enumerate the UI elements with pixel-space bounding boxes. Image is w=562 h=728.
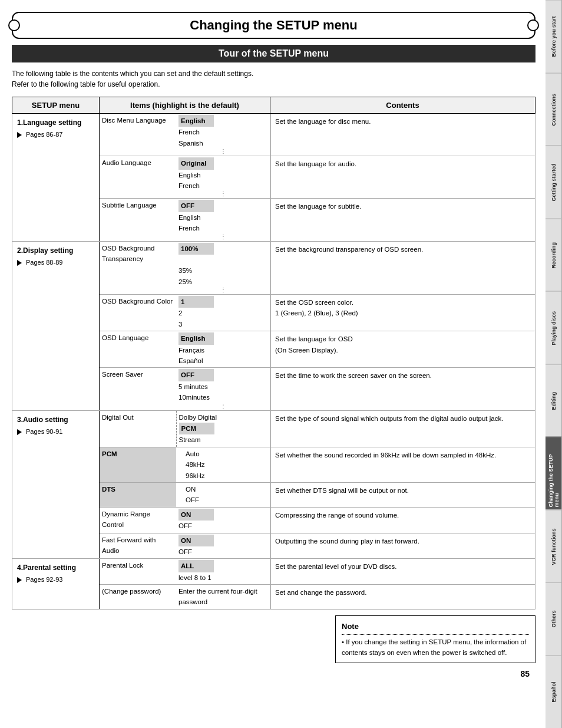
item-contents: Compressing the range of sound volume. [270, 507, 535, 533]
highlighted-value: Original [178, 157, 214, 169]
item-label: OSD Background Transparency [100, 242, 176, 295]
page-title: Changing the SETUP menu [190, 18, 357, 32]
tab-connections[interactable]: Connections [546, 73, 562, 146]
pages-ref: Pages 92-93 [17, 575, 94, 585]
item-values: 100% 35%25% ⋮ [176, 242, 270, 295]
section-title-bar: Tour of the SETUP menu [12, 45, 535, 62]
highlighted-value: PCM [179, 423, 214, 434]
highlighted-value: English [178, 332, 214, 344]
item-label: DTS [100, 483, 176, 507]
table-row: 1.Language setting Pages 86-87 Disc Menu… [12, 114, 535, 156]
tab-changing-setup[interactable]: Changing the SETUP menu [546, 437, 562, 510]
vertical-dots: ⋮ [178, 234, 267, 240]
tab-editing[interactable]: Editing [546, 364, 562, 437]
group-name: 4.Parental setting [17, 562, 94, 574]
note-title: Note [342, 621, 529, 633]
highlighted-value: 1 [178, 296, 214, 308]
header-contents: Contents [270, 97, 535, 114]
group-name: 3.Audio setting [17, 414, 94, 426]
item-label: Digital Out [100, 411, 176, 447]
note-dots [342, 634, 529, 635]
intro-line1: The following table is the contents whic… [12, 70, 253, 78]
vertical-dots: ⋮ [178, 191, 267, 197]
item-values: 1 23 [176, 295, 270, 331]
tab-getting-started[interactable]: Getting started [546, 146, 562, 219]
tab-recording[interactable]: Recording [546, 219, 562, 292]
pages-label: Pages 88-89 [26, 258, 62, 268]
item-label: Parental Lock [100, 559, 176, 584]
item-values: ONOFF [176, 483, 270, 507]
table-row: 3.Audio setting Pages 90-91 Digital Out … [12, 410, 535, 447]
group-name: 2.Display setting [17, 245, 94, 256]
item-contents: Set the time to work the screen saver on… [270, 368, 535, 410]
note-text: • If you change the setting in SETUP men… [342, 637, 529, 658]
pages-label: Pages 86-87 [26, 130, 62, 140]
tab-vcr-functions[interactable]: VCR functions [546, 510, 562, 583]
item-values: English FrenchSpanish ⋮ [176, 114, 270, 156]
item-contents: Set and change the password. [270, 585, 535, 610]
pages-label: Pages 90-91 [26, 427, 62, 437]
item-contents: Set the language for OSD(On Screen Displ… [270, 331, 535, 368]
intro-text: The following table is the contents whic… [12, 68, 535, 90]
vertical-dots: ⋮ [178, 287, 267, 293]
highlighted-value: 100% [178, 243, 214, 255]
item-contents: Set whether the sound recorded in 96kHz … [270, 447, 535, 482]
item-contents: Set the parental level of your DVD discs… [270, 559, 535, 585]
item-values: ON OFF [176, 508, 270, 533]
page-number: 85 [12, 669, 535, 678]
item-label: Screen Saver [100, 368, 176, 410]
item-label: Dynamic Range Control [100, 508, 176, 533]
vertical-dots: ⋮ [178, 149, 267, 154]
item-label: (Change password) [100, 585, 176, 609]
item-contents: Set the background transparency of OSD s… [270, 241, 535, 295]
item-contents: Set the language for disc menu. [270, 114, 535, 156]
item-contents: Set the OSD screen color.1 (Green), 2 (B… [270, 295, 535, 331]
item-label: OSD Language [100, 331, 176, 367]
item-values: Dolby Digital PCM Stream [176, 411, 270, 447]
item-label: Audio Language [100, 156, 176, 198]
item-values: OFF 5 minutes10minutes ⋮ [176, 368, 270, 410]
table-row: 4.Parental setting Pages 92-93 Parental … [12, 559, 535, 585]
table-row: 2.Display setting Pages 88-89 OSD Backgr… [12, 241, 535, 295]
header-items: Items (highlight is the default) [100, 97, 270, 114]
item-values: ON OFF [176, 533, 270, 559]
setup-table: SETUP menu Items (highlight is the defau… [12, 97, 535, 610]
page-title-box: Changing the SETUP menu [12, 12, 535, 39]
arrow-icon [17, 577, 22, 583]
tab-before-you-start[interactable]: Before you start [546, 0, 562, 73]
item-label: PCM [100, 447, 176, 482]
note-section: Note • If you change the setting in SETU… [12, 615, 535, 663]
item-values: English FrançaisEspañol [176, 331, 270, 367]
arrow-icon [17, 260, 22, 266]
item-values: Original EnglishFrench ⋮ [176, 156, 270, 198]
pages-ref: Pages 90-91 [17, 427, 94, 437]
item-contents: Set the language for subtitle. [270, 199, 535, 241]
item-contents: Set whether DTS signal will be output or… [270, 482, 535, 507]
header-setup-menu: SETUP menu [12, 97, 100, 114]
note-box: Note • If you change the setting in SETU… [335, 615, 535, 663]
item-contents: Set the language for audio. [270, 156, 535, 199]
highlighted-value: OFF [178, 200, 214, 212]
highlighted-value: ON [178, 535, 214, 546]
item-values: OFF EnglishFrench ⋮ [176, 199, 270, 241]
section-title: Tour of the SETUP menu [219, 48, 329, 58]
item-label: Fast Forward with Audio [100, 533, 176, 559]
vertical-dots: ⋮ [178, 403, 267, 409]
group-name: 1.Language setting [17, 117, 94, 129]
item-values: Auto48kHz96kHz [176, 447, 270, 482]
item-contents: Set the type of sound signal which outpu… [270, 410, 535, 447]
pages-ref: Pages 86-87 [17, 130, 94, 140]
item-label: Subtitle Language [100, 199, 176, 241]
pages-label: Pages 92-93 [26, 575, 62, 585]
highlighted-value: ON [178, 509, 214, 521]
tab-others[interactable]: Others [546, 582, 562, 655]
item-contents: Outputting the sound during play in fast… [270, 533, 535, 559]
side-tabs: Before you start Connections Getting sta… [546, 0, 562, 728]
tab-playing-discs[interactable]: Playing discs [546, 291, 562, 364]
tab-espanol[interactable]: Español [546, 655, 562, 729]
highlighted-value: English [178, 115, 214, 127]
item-label: Disc Menu Language [100, 114, 176, 156]
pages-ref: Pages 88-89 [17, 258, 94, 268]
intro-line2: Refer to the following table for useful … [12, 80, 160, 88]
arrow-icon [17, 132, 22, 138]
